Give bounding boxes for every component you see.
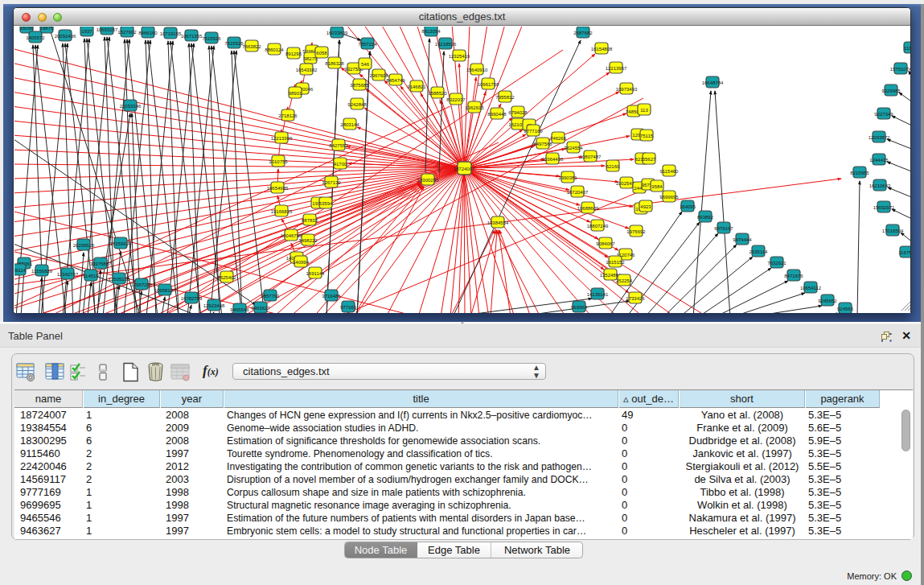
svg-text:546: 546 (361, 62, 370, 67)
svg-text:16154808: 16154808 (591, 47, 613, 51)
svg-text:17016504: 17016504 (882, 229, 904, 233)
svg-text:15720407: 15720407 (567, 190, 589, 195)
svg-text:15640910: 15640910 (466, 68, 488, 72)
svg-text:17957255: 17957255 (131, 282, 153, 287)
svg-text:1733426: 1733426 (626, 296, 645, 301)
svg-text:16210643: 16210643 (869, 183, 891, 188)
svg-text:19166825: 19166825 (271, 209, 293, 214)
svg-text:3875685: 3875685 (350, 83, 369, 88)
svg-text:11124: 11124 (904, 46, 910, 51)
svg-text:9465546: 9465546 (230, 307, 249, 312)
svg-text:116753: 116753 (898, 250, 910, 255)
svg-text:164095: 164095 (680, 204, 696, 209)
svg-text:8466160: 8466160 (138, 31, 158, 35)
svg-text:1588520: 1588520 (428, 91, 447, 96)
svg-text:18807249: 18807249 (587, 224, 609, 229)
svg-text:10961758: 10961758 (478, 82, 499, 87)
svg-text:9084067: 9084067 (596, 241, 615, 246)
svg-text:891295: 891295 (285, 51, 302, 56)
svg-text:41700: 41700 (334, 162, 347, 167)
svg-text:9474444: 9474444 (733, 237, 752, 242)
svg-text:16648784: 16648784 (702, 80, 724, 85)
svg-text:12093872: 12093872 (869, 135, 890, 140)
svg-text:7632621: 7632621 (767, 261, 786, 266)
svg-text:18300295: 18300295 (417, 178, 439, 183)
svg-text:9777169: 9777169 (524, 129, 543, 134)
svg-text:8454749: 8454749 (386, 78, 405, 83)
svg-text:6879197: 6879197 (714, 226, 733, 231)
svg-text:3624554: 3624554 (564, 146, 583, 150)
svg-text:7625402: 7625402 (217, 275, 236, 280)
svg-text:1527602: 1527602 (117, 30, 137, 35)
svg-text:9857791: 9857791 (261, 294, 280, 299)
svg-text:19875: 19875 (40, 27, 54, 31)
svg-text:140994: 140994 (293, 260, 310, 265)
svg-text:9699695: 9699695 (659, 195, 679, 200)
svg-text:1010755: 1010755 (269, 159, 288, 164)
svg-text:6794028: 6794028 (508, 110, 528, 115)
svg-text:8215955: 8215955 (850, 171, 869, 175)
svg-text:969969: 969969 (571, 305, 588, 310)
svg-text:9227349: 9227349 (874, 112, 893, 117)
svg-text:9329965: 9329965 (881, 89, 901, 93)
svg-text:12325419: 12325419 (449, 54, 470, 59)
svg-text:12342757: 12342757 (57, 272, 79, 277)
svg-text:8860124: 8860124 (265, 47, 284, 52)
svg-text:3716485: 3716485 (322, 294, 341, 299)
svg-text:893892: 893892 (697, 215, 714, 220)
svg-text:10671355: 10671355 (181, 34, 203, 39)
svg-text:12505135: 12505135 (109, 277, 130, 282)
svg-text:9245652: 9245652 (818, 299, 837, 303)
svg-text:16096: 16096 (20, 27, 34, 31)
svg-text:7857224: 7857224 (358, 42, 377, 47)
svg-text:7515526: 7515526 (224, 41, 244, 46)
svg-text:113: 113 (640, 108, 648, 113)
svg-text:1990381: 1990381 (558, 175, 577, 180)
svg-text:6497568: 6497568 (533, 142, 552, 146)
svg-text:977169: 977169 (340, 305, 357, 310)
svg-text:9242848: 9242848 (347, 102, 367, 107)
svg-text:114519: 114519 (83, 274, 99, 278)
svg-text:10654112: 10654112 (800, 286, 822, 290)
svg-text:16033809: 16033809 (326, 31, 348, 35)
svg-text:10688609: 10688609 (577, 206, 599, 211)
svg-text:7663822: 7663822 (242, 44, 261, 49)
svg-text:2718126: 2718126 (278, 113, 298, 118)
svg-text:98901: 98901 (289, 91, 302, 96)
svg-text:887833: 887833 (302, 218, 318, 223)
svg-text:20091406: 20091406 (55, 34, 76, 39)
svg-text:6058: 6058 (316, 51, 327, 56)
svg-text:10973493: 10973493 (616, 87, 638, 92)
svg-text:924565: 924565 (837, 307, 854, 311)
svg-text:53594: 53594 (319, 201, 333, 206)
svg-text:16782759: 16782759 (181, 296, 203, 301)
svg-text:20206526: 20206526 (73, 243, 95, 248)
svg-text:9463627: 9463627 (251, 306, 270, 311)
svg-text:4923: 4923 (640, 204, 651, 209)
svg-text:2935114: 2935114 (749, 249, 769, 254)
svg-text:12213369: 12213369 (271, 136, 293, 141)
svg-text:10719155: 10719155 (160, 31, 182, 36)
svg-text:75115: 75115 (640, 134, 654, 138)
svg-text:3267130: 3267130 (322, 180, 341, 185)
svg-text:252254: 252254 (616, 278, 633, 283)
svg-text:1362615: 1362615 (465, 105, 484, 110)
svg-text:8813054: 8813054 (421, 29, 441, 34)
svg-text:30975867: 30975867 (90, 262, 112, 266)
svg-text:55627: 55627 (643, 157, 656, 162)
svg-text:16543382: 16543382 (296, 68, 318, 72)
svg-text:8990448: 8990448 (487, 112, 507, 117)
svg-text:12213967: 12213967 (606, 66, 627, 71)
svg-text:2803144: 2803144 (340, 122, 359, 127)
svg-text:10653267: 10653267 (97, 27, 118, 32)
svg-text:15692971: 15692971 (873, 205, 895, 210)
svg-text:9146821: 9146821 (407, 84, 426, 89)
svg-text:62160: 62160 (606, 164, 620, 169)
svg-text:7515526: 7515526 (202, 36, 221, 41)
svg-text:7955812: 7955812 (495, 95, 515, 100)
svg-text:17359924: 17359924 (110, 241, 132, 246)
svg-text:9115460: 9115460 (660, 169, 680, 174)
svg-text:2687682: 2687682 (573, 31, 593, 35)
svg-text:10958107: 10958107 (154, 288, 176, 293)
svg-text:14136141: 14136141 (587, 292, 609, 297)
